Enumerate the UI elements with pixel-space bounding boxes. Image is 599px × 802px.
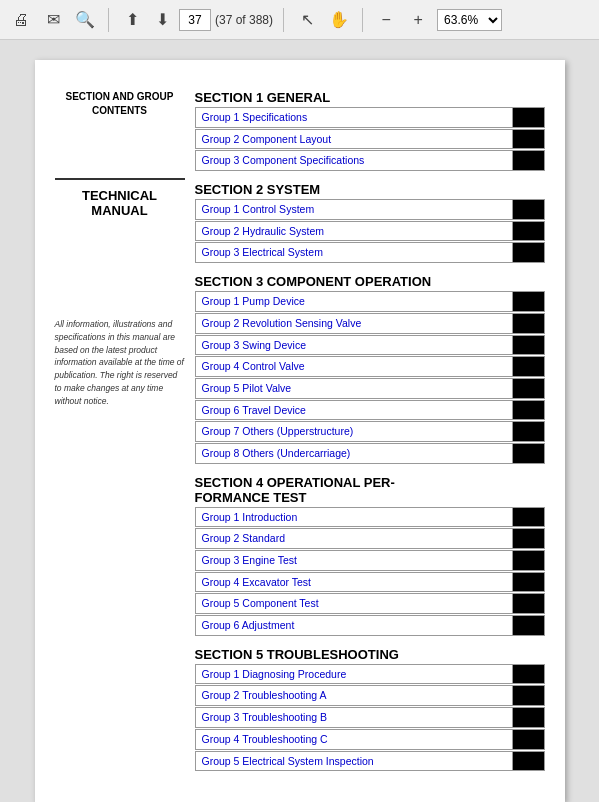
- section-heading-section5: SECTION 5 TROUBLESHOOTING: [195, 647, 545, 662]
- separator-1: [108, 8, 109, 32]
- right-column: SECTION 1 GENERALGroup 1 SpecificationsG…: [195, 90, 545, 772]
- group-label-section3-6[interactable]: Group 6 Travel Device: [195, 400, 513, 421]
- technical-manual-label: TECHNICAL MANUAL: [55, 178, 185, 218]
- group-row: Group 4 Troubleshooting C: [195, 729, 545, 750]
- page-info-label: (37 of 388): [215, 13, 273, 27]
- search-icon[interactable]: 🔍: [72, 7, 98, 33]
- group-black-section3-1: [513, 291, 545, 312]
- group-label-section3-8[interactable]: Group 8 Others (Undercarriage): [195, 443, 513, 464]
- group-black-section5-3: [513, 707, 545, 728]
- group-row: Group 6 Travel Device: [195, 400, 545, 421]
- group-black-section4-5: [513, 593, 545, 614]
- group-black-section3-7: [513, 421, 545, 442]
- zoom-in-icon[interactable]: +: [405, 7, 431, 33]
- page-number-input[interactable]: [179, 9, 211, 31]
- group-label-section3-1[interactable]: Group 1 Pump Device: [195, 291, 513, 312]
- group-row: Group 4 Control Valve: [195, 356, 545, 377]
- group-label-section1-1[interactable]: Group 1 Specifications: [195, 107, 513, 128]
- group-black-section2-3: [513, 242, 545, 263]
- separator-2: [283, 8, 284, 32]
- group-row: Group 2 Standard: [195, 528, 545, 549]
- group-row: Group 5 Pilot Valve: [195, 378, 545, 399]
- section-group-title: SECTION AND GROUP CONTENTS: [55, 90, 185, 118]
- group-label-section3-3[interactable]: Group 3 Swing Device: [195, 335, 513, 356]
- hand-icon[interactable]: ✋: [326, 7, 352, 33]
- toolbar: 🖨 ✉ 🔍 ⬆ ⬇ (37 of 388) ↖ ✋ − + 63.6% 50% …: [0, 0, 599, 40]
- group-label-section4-4[interactable]: Group 4 Excavator Test: [195, 572, 513, 593]
- group-row: Group 7 Others (Upperstructure): [195, 421, 545, 442]
- group-row: Group 3 Engine Test: [195, 550, 545, 571]
- group-row: Group 3 Component Specifications: [195, 150, 545, 171]
- group-label-section1-2[interactable]: Group 2 Component Layout: [195, 129, 513, 150]
- group-row: Group 3 Swing Device: [195, 335, 545, 356]
- group-black-section3-5: [513, 378, 545, 399]
- group-row: Group 1 Introduction: [195, 507, 545, 528]
- group-label-section3-7[interactable]: Group 7 Others (Upperstructure): [195, 421, 513, 442]
- section-heading-section4: SECTION 4 OPERATIONAL PER-FORMANCE TEST: [195, 475, 545, 505]
- disclaimer-text: All information, illustrations and speci…: [55, 318, 185, 407]
- group-label-section5-1[interactable]: Group 1 Diagnosing Procedure: [195, 664, 513, 685]
- group-black-section1-1: [513, 107, 545, 128]
- group-black-section4-3: [513, 550, 545, 571]
- group-black-section2-1: [513, 199, 545, 220]
- group-black-section3-6: [513, 400, 545, 421]
- group-label-section3-2[interactable]: Group 2 Revolution Sensing Valve: [195, 313, 513, 334]
- group-row: Group 1 Pump Device: [195, 291, 545, 312]
- print-icon[interactable]: 🖨: [8, 7, 34, 33]
- group-label-section2-2[interactable]: Group 2 Hydraulic System: [195, 221, 513, 242]
- group-label-section2-3[interactable]: Group 3 Electrical System: [195, 242, 513, 263]
- group-row: Group 3 Troubleshooting B: [195, 707, 545, 728]
- zoom-out-icon[interactable]: −: [373, 7, 399, 33]
- email-icon[interactable]: ✉: [40, 7, 66, 33]
- group-label-section5-2[interactable]: Group 2 Troubleshooting A: [195, 685, 513, 706]
- group-row: Group 2 Hydraulic System: [195, 221, 545, 242]
- group-label-section5-5[interactable]: Group 5 Electrical System Inspection: [195, 751, 513, 772]
- group-black-section3-2: [513, 313, 545, 334]
- separator-3: [362, 8, 363, 32]
- group-black-section1-3: [513, 150, 545, 171]
- group-black-section4-4: [513, 572, 545, 593]
- group-row: Group 1 Specifications: [195, 107, 545, 128]
- group-row: Group 2 Component Layout: [195, 129, 545, 150]
- group-row: Group 1 Diagnosing Procedure: [195, 664, 545, 685]
- group-label-section1-3[interactable]: Group 3 Component Specifications: [195, 150, 513, 171]
- group-row: Group 6 Adjustment: [195, 615, 545, 636]
- group-black-section4-2: [513, 528, 545, 549]
- group-label-section5-3[interactable]: Group 3 Troubleshooting B: [195, 707, 513, 728]
- group-black-section5-4: [513, 729, 545, 750]
- group-row: Group 1 Control System: [195, 199, 545, 220]
- left-column: SECTION AND GROUP CONTENTS TECHNICAL MAN…: [55, 90, 185, 772]
- group-label-section4-5[interactable]: Group 5 Component Test: [195, 593, 513, 614]
- page-down-icon[interactable]: ⬇: [149, 7, 175, 33]
- section-heading-section1: SECTION 1 GENERAL: [195, 90, 545, 105]
- group-black-section2-2: [513, 221, 545, 242]
- group-row: Group 5 Electrical System Inspection: [195, 751, 545, 772]
- group-black-section5-5: [513, 751, 545, 772]
- group-label-section3-5[interactable]: Group 5 Pilot Valve: [195, 378, 513, 399]
- group-label-section4-6[interactable]: Group 6 Adjustment: [195, 615, 513, 636]
- content-area: SECTION AND GROUP CONTENTS TECHNICAL MAN…: [0, 40, 599, 802]
- group-row: Group 2 Troubleshooting A: [195, 685, 545, 706]
- group-label-section2-1[interactable]: Group 1 Control System: [195, 199, 513, 220]
- group-label-section3-4[interactable]: Group 4 Control Valve: [195, 356, 513, 377]
- group-black-section5-2: [513, 685, 545, 706]
- group-row: Group 2 Revolution Sensing Valve: [195, 313, 545, 334]
- zoom-select[interactable]: 63.6% 50% 75% 100% 125% 150%: [437, 9, 502, 31]
- group-black-section4-6: [513, 615, 545, 636]
- group-black-section3-8: [513, 443, 545, 464]
- group-row: Group 4 Excavator Test: [195, 572, 545, 593]
- group-label-section5-4[interactable]: Group 4 Troubleshooting C: [195, 729, 513, 750]
- section-heading-section3: SECTION 3 COMPONENT OPERATION: [195, 274, 545, 289]
- cursor-icon[interactable]: ↖: [294, 7, 320, 33]
- group-row: Group 5 Component Test: [195, 593, 545, 614]
- group-label-section4-1[interactable]: Group 1 Introduction: [195, 507, 513, 528]
- page-up-icon[interactable]: ⬆: [119, 7, 145, 33]
- group-label-section4-2[interactable]: Group 2 Standard: [195, 528, 513, 549]
- group-row: Group 3 Electrical System: [195, 242, 545, 263]
- group-black-section3-4: [513, 356, 545, 377]
- group-black-section4-1: [513, 507, 545, 528]
- group-black-section5-1: [513, 664, 545, 685]
- group-label-section4-3[interactable]: Group 3 Engine Test: [195, 550, 513, 571]
- group-row: Group 8 Others (Undercarriage): [195, 443, 545, 464]
- page: SECTION AND GROUP CONTENTS TECHNICAL MAN…: [35, 60, 565, 802]
